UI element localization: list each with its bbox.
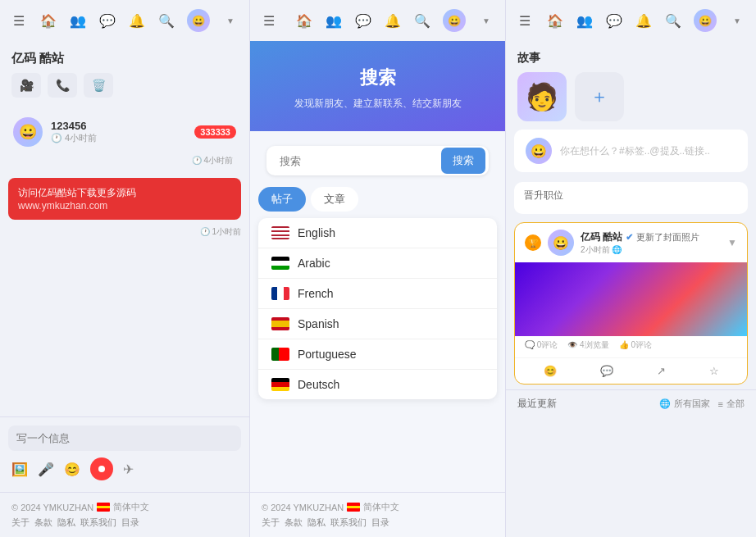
right-nav-icons: 🏠 👥 💬 🔔 🔍 😀 ▼	[546, 9, 746, 32]
message-input[interactable]	[8, 426, 241, 451]
middle-footer-about[interactable]: 关于	[262, 517, 280, 529]
lang-spanish-label: Spanish	[298, 317, 339, 330]
middle-bell-icon[interactable]: 🔔	[384, 11, 402, 30]
footer-link-directory[interactable]: 目录	[121, 517, 139, 529]
lang-french[interactable]: French	[258, 278, 497, 308]
middle-footer-year: © 2024 YMKUZHAN	[262, 503, 344, 512]
mic-icon[interactable]: 🎤	[38, 462, 54, 477]
tab-posts[interactable]: 帖子	[258, 187, 306, 212]
dropdown-icon[interactable]: ▼	[221, 11, 239, 30]
home-icon[interactable]: 🏠	[39, 11, 57, 30]
call-action-btn[interactable]: 📞	[48, 73, 77, 98]
footer-link-terms[interactable]: 条款	[34, 517, 52, 529]
right-groups-icon[interactable]: 👥	[576, 11, 594, 30]
footer-link-contact[interactable]: 联系我们	[80, 517, 116, 529]
post-input-placeholder[interactable]: 你在想什么？#标签..@提及..链接..	[560, 144, 710, 158]
list-icon: ≡	[718, 399, 723, 409]
right-dropdown-icon[interactable]: ▼	[728, 11, 746, 30]
search-hero: 搜索 发现新朋友、建立新联系、结交新朋友	[250, 41, 505, 131]
middle-footer-year-row: © 2024 YMKUZHAN 简体中文	[262, 501, 494, 513]
us-flag-icon	[271, 226, 289, 239]
bell-nav-icon[interactable]: 🔔	[128, 11, 146, 30]
groups-icon[interactable]: 👥	[69, 11, 87, 30]
right-search-icon[interactable]: 🔍	[664, 11, 682, 30]
record-button[interactable]	[90, 457, 113, 480]
tab-row: 帖子 文章	[250, 187, 505, 212]
input-toolbar: 🖼️ 🎤 😊 ✈	[8, 451, 241, 484]
lang-portuguese[interactable]: Portuguese	[258, 339, 497, 369]
middle-footer-lang: 简体中文	[363, 501, 399, 513]
lang-deutsch[interactable]: Deutsch	[258, 369, 497, 399]
middle-dropdown-icon[interactable]: ▼	[477, 11, 495, 30]
chat-name: 123456	[51, 120, 186, 132]
middle-footer-directory[interactable]: 目录	[371, 517, 389, 529]
middle-groups-icon[interactable]: 👥	[325, 11, 343, 30]
middle-user-avatar[interactable]: 😀	[443, 9, 466, 32]
middle-chat-icon[interactable]: 💬	[354, 11, 372, 30]
footer-year-row: © 2024 YMKUZHAN 简体中文	[11, 501, 238, 513]
comment-action-btn[interactable]: 💬	[600, 365, 613, 377]
middle-footer-terms[interactable]: 条款	[285, 517, 303, 529]
search-input[interactable]	[276, 148, 441, 174]
post-user-avatar: 😀	[548, 230, 574, 256]
latest-update-label: 最近更新	[517, 397, 557, 411]
globe-filter-icon: 🌐	[659, 398, 671, 409]
middle-home-icon[interactable]: 🏠	[295, 11, 313, 30]
bookmark-action-btn[interactable]: ☆	[709, 365, 719, 377]
middle-hamburger-icon[interactable]: ☰	[260, 11, 278, 30]
post-card-header: 🏆 😀 亿码 酷站 ✔ 更新了封面照片 2小时前 🌐 ▼	[515, 223, 747, 262]
send-icon[interactable]: ✈	[123, 462, 134, 477]
post-input-area: 😀 你在想什么？#标签..@提及..链接..	[514, 130, 748, 172]
right-user-avatar[interactable]: 😀	[694, 9, 717, 32]
left-nav: ☰ 🏠 👥 💬 🔔 🔍 😀 ▼	[0, 0, 249, 41]
share-action-btn[interactable]: ↗	[657, 365, 666, 377]
country-filter-btn[interactable]: 🌐 所有国家	[659, 398, 710, 410]
clock-icon-small: 🕐	[192, 156, 202, 165]
all-filter-btn[interactable]: ≡ 全部	[718, 398, 745, 410]
right-home-icon[interactable]: 🏠	[546, 11, 564, 30]
like-action-btn[interactable]: 😊	[544, 365, 557, 377]
emoji-icon[interactable]: 😊	[64, 462, 80, 477]
china-flag-icon	[97, 503, 110, 512]
tab-articles[interactable]: 文章	[311, 187, 358, 212]
chevron-down-icon[interactable]: ▼	[727, 237, 737, 248]
lang-spanish[interactable]: Spanish	[258, 308, 497, 339]
story-item[interactable]: 🧑	[517, 72, 567, 121]
middle-panel: ☰ 🏠 👥 💬 🔔 🔍 😀 ▼ 搜索 发现新朋友、建立新联系、结交新朋友 搜索 …	[250, 0, 506, 537]
bottom-filter-row: 最近更新 🌐 所有国家 ≡ 全部	[506, 389, 756, 417]
video-action-btn[interactable]: 🎥	[11, 73, 41, 98]
stories-label: 故事	[506, 41, 756, 72]
footer-link-about[interactable]: 关于	[11, 517, 30, 529]
middle-nav-icons: 🏠 👥 💬 🔔 🔍 😀 ▼	[295, 9, 495, 32]
middle-footer-privacy[interactable]: 隐私	[307, 517, 326, 529]
lang-portuguese-label: Portuguese	[298, 348, 357, 361]
right-chat-icon[interactable]: 💬	[605, 11, 623, 30]
hamburger-icon[interactable]: ☰	[10, 11, 28, 30]
delete-action-btn[interactable]: 🗑️	[84, 73, 113, 98]
lang-arabic-label: Arabic	[298, 257, 330, 270]
story-add-btn[interactable]: ＋	[575, 72, 624, 121]
middle-search-icon[interactable]: 🔍	[413, 11, 431, 30]
right-nav: ☰ 🏠 👥 💬 🔔 🔍 😀 ▼	[506, 0, 756, 41]
language-dropdown: English Arabic French Spanish Portuguese…	[258, 218, 497, 399]
chat-nav-icon[interactable]: 💬	[98, 11, 116, 30]
chat-list: 😀 123456 🕐 4小时前 333333 🕐 4小时前	[0, 104, 249, 173]
search-button[interactable]: 搜索	[441, 148, 485, 174]
lang-arabic[interactable]: Arabic	[258, 248, 497, 278]
chat-item[interactable]: 😀 123456 🕐 4小时前 333333	[8, 111, 241, 153]
chat-time: 🕐 4小时前	[51, 132, 186, 144]
middle-footer-contact[interactable]: 联系我们	[330, 517, 367, 529]
image-icon[interactable]: 🖼️	[11, 462, 28, 477]
search-nav-icon[interactable]: 🔍	[157, 11, 175, 30]
right-bell-icon[interactable]: 🔔	[635, 11, 653, 30]
message-bubble[interactable]: 访问亿码酷站下载更多源码 www.ymkuzhan.com	[8, 178, 241, 220]
lang-english[interactable]: English	[258, 218, 497, 248]
footer-link-privacy[interactable]: 隐私	[57, 517, 75, 529]
search-hero-title: 搜索	[266, 66, 489, 90]
promo-label: 晋升职位	[524, 189, 738, 203]
right-hamburger-icon[interactable]: ☰	[516, 11, 534, 30]
post-avatar: 😀	[526, 138, 552, 164]
left-panel: ☰ 🏠 👥 💬 🔔 🔍 😀 ▼ 亿码 酷站 🎥 📞 🗑️ 😀 123456 🕐	[0, 0, 250, 537]
view-stat: 👁️ 4浏览量	[567, 339, 608, 351]
user-avatar-nav[interactable]: 😀	[187, 9, 210, 32]
